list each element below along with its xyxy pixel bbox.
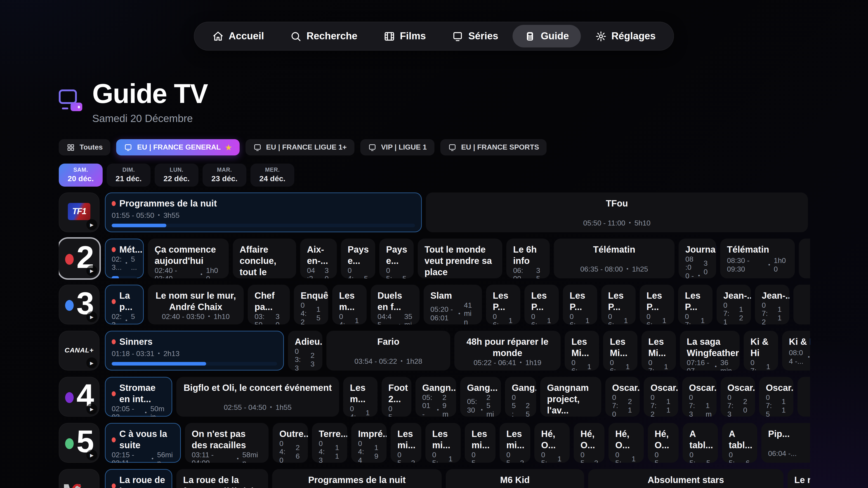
play-icon[interactable]: ▶ [86,403,97,414]
channel-tile-france-4[interactable]: 4▶ [59,377,99,417]
program-card[interactable]: Adieu...03:31 -...•23 min [288,331,322,370]
program-card[interactable]: TFou05:50 - 11:00•5h10 [426,193,808,232]
program-card[interactable]: Ki & Hi08:04 -...•13 min [782,331,810,370]
program-card[interactable]: Hé, O...05:3...•2min [574,423,604,463]
program-card[interactable]: Les m...04:50 -...•10 min [343,377,377,417]
program-card[interactable]: Les mi...05:2...•2min [500,423,530,463]
nav-item-films[interactable]: Films [372,25,438,47]
play-icon[interactable]: ▶ [86,311,97,322]
program-card[interactable]: Oscar...07:32 -...•1min [682,377,717,417]
program-card[interactable]: Les Mi...07:03 -...•13 min [642,331,676,370]
program-card[interactable]: Hé, O...05:51 -...•2min [648,423,679,463]
play-icon[interactable]: ▶ [86,450,97,460]
program-card[interactable]: On n'est pas des racailles03:11 - 04:09•… [185,423,269,463]
program-card[interactable]: Les P...06:16 -...•11 min [524,285,559,324]
program-card[interactable]: Bigflo et Oli, le concert événement02:55… [176,377,339,417]
program-card[interactable]: Outre...04:09 -...•26 min [273,423,308,463]
program-card[interactable]: Terre...04:35 -...•11 min [312,423,347,463]
program-card[interactable]: Les m...04:35 -...•10 min [332,285,367,324]
filter-chip-toutes[interactable]: Toutes [59,139,111,156]
program-card[interactable]: Oscar...07:21 -...•11 min [644,377,678,417]
program-card[interactable]: Les P...06:38 -...•11 min [601,285,636,324]
program-card[interactable]: Télématin08:30 - 09:30•1h00 [720,238,795,278]
program-card[interactable]: Aix-en-...04:25 - 0...•30 min [300,238,337,278]
day-chip-lun-22-de-c[interactable]: LUN.22 déc. [155,164,198,187]
program-card[interactable]: Mét...02:3...•5 ... [105,238,144,278]
program-card[interactable]: Impré...04:46 -...•19 min [351,423,386,463]
program-card[interactable]: Affaire conclue, tout le monde...03:40 -… [233,238,296,278]
channel-tile-france-5[interactable]: 5▶ [59,423,99,463]
program-card[interactable]: Tout le monde veut prendre sa place05:05… [418,238,502,278]
filter-chip-eu-france-general[interactable]: EU | FRANCE GENERAL★ [116,139,240,156]
program-card[interactable]: Gangnam project, l'av...06:20 - 07:...•4… [540,377,601,417]
channel-tile-canal[interactable]: CANAL+▶ [59,331,99,370]
program-card[interactable]: La roue de la... [105,469,172,488]
program-card[interactable]: 48h pour réparer le monde05:22 - 06:41•1… [454,331,561,370]
filter-chip-eu-france-ligue-1[interactable]: EU | FRANCE LIGUE 1+ [245,139,354,156]
channel-tile-france-3[interactable]: 3▶ [59,285,99,324]
channel-tile-m6[interactable]: M6▶ [59,469,99,488]
program-card[interactable]: A tabl...05:58 -...•6 min [722,423,757,463]
day-chip-sam-20-de-c[interactable]: SAM.20 déc. [59,164,103,187]
program-card[interactable]: La p...02:3...•5 ... [105,285,144,324]
program-card[interactable]: Programmes de la nuit [272,469,442,488]
program-card[interactable]: La saga Wingfeather07:16 - 07...•36min [680,331,740,370]
program-card[interactable]: Absolument stars [588,469,783,488]
day-chip-mar-23-de-c[interactable]: MAR.23 déc. [203,164,246,187]
play-icon[interactable]: ▶ [86,265,97,276]
program-card[interactable]: Jean-...07:10 -...•12 min [717,285,751,324]
channel-tile-tf1[interactable]: TF1▶ [59,193,99,232]
program-card[interactable]: A tabl...05:53 -...•5 min [683,423,718,463]
program-card[interactable]: La roue de la fortune célébrités [176,469,268,488]
program-card[interactable]: Gang...05:30 -...•25 min [460,377,501,417]
program-card[interactable]: Télématin06:35 - 08:00•1h25 [554,238,675,278]
program-card[interactable]: Le 6h info06:00 - 06:...•35min [506,238,550,278]
play-icon[interactable]: ▶ [86,219,97,230]
program-card[interactable]: Duels en f...04:45 - 05:...•35min [371,285,420,324]
program-card[interactable]: Foot 2...05:00 -...•1min [381,377,411,417]
program-card[interactable]: Pays e...04:55 -...•5 min [341,238,375,278]
program-card[interactable]: Pays e...05:00 -...•5 min [379,238,414,278]
program-card[interactable]: Les mi...05:07 -...•11 min [426,423,461,463]
program-card[interactable]: Les P...06:49 -...•11 min [640,285,674,324]
nav-item-accueil[interactable]: Accueil [201,25,276,47]
program-card[interactable]: Hé, O...05:40 -...•11 min [609,423,644,463]
program-card[interactable]: Oscar...07:53 -...•11 min [759,377,794,417]
program-card[interactable]: Les P...06:01 -...•15 min [486,285,520,324]
program-card[interactable]: Jean-...07:22 -...•11 min [755,285,789,324]
program-card[interactable]: M6 Kid [446,469,584,488]
program-card[interactable]: Enquê...04:20 -...•15 min [294,285,328,324]
program-card-stub[interactable] [798,377,810,417]
filter-chip-eu-france-sports[interactable]: EU | FRANCE SPORTS [440,139,547,156]
program-card[interactable]: Gangn...05:01 - 0...•29 min [415,377,456,417]
program-card[interactable]: Fario03:54 - 05:22•1h28 [327,331,450,370]
program-card[interactable]: Le r... du s... [787,469,810,488]
program-card[interactable]: Sinners01:18 - 03:31•2h13 [105,331,284,370]
play-icon[interactable]: ▶ [86,357,97,368]
channel-tile-france-2[interactable]: 2▶ [59,238,99,278]
program-card-stub[interactable] [799,238,810,278]
nav-item-se-ries[interactable]: Séries [440,25,510,47]
program-card[interactable]: Journal...08:00 - 0...•30 min [679,238,716,278]
program-card[interactable]: Les mi...05:18 -...•7min [465,423,495,463]
program-card[interactable]: Pip...06:04 -... [761,423,810,463]
nav-item-recherche[interactable]: Recherche [278,25,369,47]
program-card[interactable]: Slam05:20 - 06:01•41min [424,285,482,324]
program-card[interactable]: Gang...05:55 -...•25 min [505,377,536,417]
program-card[interactable]: Ki & Hi07:52 -...•12 min [744,331,778,370]
day-chip-mer-24-de-c[interactable]: MER.24 déc. [250,164,294,187]
day-chip-dim-21-de-c[interactable]: DIM.21 déc. [107,164,151,187]
nav-item-guide[interactable]: Guide [513,25,581,47]
program-card[interactable]: Les mi...05:0...•2min [391,423,421,463]
program-card[interactable]: Hé, O...05:27 -...•11 min [534,423,569,463]
program-card[interactable]: C à vous la suite02:15 - 03:11•56min [105,423,181,463]
program-card[interactable]: Oscar...07:00 -...•21 min [605,377,640,417]
program-card[interactable]: Les Mi...06:52 -...•11 min [603,331,638,370]
program-card[interactable]: Chef pa...03:50 - 0...•30 min [248,285,290,324]
program-card[interactable]: Les P...06:27 -...•11 min [563,285,597,324]
filter-chip-vip-ligue-1[interactable]: VIP | LIGUE 1 [360,139,434,156]
program-card-stub[interactable] [794,285,810,324]
program-card[interactable]: Les P...07:00 -...•10 min [678,285,712,324]
nav-item-re-glages[interactable]: Réglages [583,25,668,47]
program-card[interactable]: Le nom sur le mur, André Chaix02:40 - 03… [148,285,244,324]
